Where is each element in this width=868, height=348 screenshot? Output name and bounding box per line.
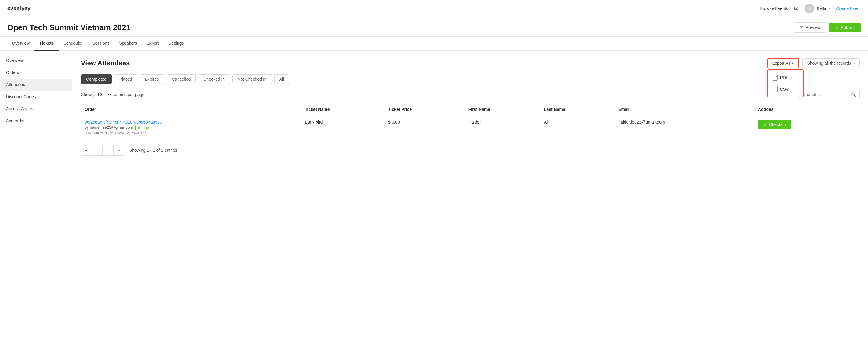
table-header-row: Order Ticket Name Ticket Price First Nam… (81, 104, 860, 115)
mail-icon[interactable]: ✉ (794, 5, 799, 12)
eye-icon: 👁 (800, 25, 804, 30)
status-tab-expired[interactable]: Expired (140, 74, 164, 84)
page-prev-button[interactable]: ‹ (92, 145, 103, 156)
status-tab-not-checked-in[interactable]: Not Checked In (232, 74, 272, 84)
entries-per-page-label: entries per page (114, 92, 144, 97)
main-content: View Attendees Export As ▾ PDF (72, 51, 868, 347)
check-in-check-icon: ✓ (764, 122, 767, 127)
attendees-header: View Attendees Export As ▾ PDF (81, 58, 860, 68)
app-logo: eventyay (7, 5, 31, 11)
search-input[interactable] (800, 90, 848, 99)
last-name-cell: Ali (540, 115, 615, 140)
export-as-container: Export As ▾ PDF CSV (768, 58, 799, 68)
export-csv-label: CSV (780, 87, 789, 92)
order-by-label: by (85, 125, 89, 130)
col-order: Order (81, 104, 301, 115)
export-as-button[interactable]: Export As ▾ (768, 58, 799, 68)
sidebar: Overview Orders Attendees Discount Codes… (0, 51, 72, 347)
pagination: « ‹ › » (81, 145, 124, 156)
tab-settings[interactable]: Settings (164, 37, 189, 51)
sidebar-item-access-codes[interactable]: Access Codes (0, 103, 72, 115)
entries-per-page-select[interactable]: 10 25 50 100 (93, 91, 112, 98)
table-row: 06f256ac-cfc0-4ca4-ad18-0bbd697aa570 by … (81, 115, 860, 140)
first-name-cell: Haider (465, 115, 540, 140)
search-box: 🔍 (800, 90, 860, 99)
sidebar-item-add-order[interactable]: Add order (0, 115, 72, 127)
avatar: B (805, 4, 814, 13)
event-header: Open Tech Summit Vietnam 2021 👁 Preview … (0, 17, 868, 37)
top-nav: eventyay Browse Events ✉ B Bella ▾ Creat… (0, 0, 868, 17)
sidebar-item-overview[interactable]: Overview (0, 54, 72, 66)
main-tabs: Overview Tickets Scheduler Sessions Spea… (0, 37, 868, 51)
check-in-button[interactable]: ✓ Check-In (758, 120, 791, 129)
sidebar-item-attendees[interactable]: Attendees (0, 78, 72, 91)
ticket-name-cell: Early bird (301, 115, 384, 140)
export-as-label: Export As (772, 61, 790, 66)
order-cell: 06f256ac-cfc0-4ca4-ad18-0bbd697aa570 by … (81, 115, 301, 140)
status-tab-completed[interactable]: Completed (81, 74, 112, 84)
order-date: July 24th 2020, 9:16 PM · 24 days ago (85, 131, 298, 135)
status-tab-cancelled[interactable]: Cancelled (167, 74, 196, 84)
event-title: Open Tech Summit Vietnam 2021 (7, 23, 130, 32)
showing-records-dropdown[interactable]: Showing all the records ▾ (803, 58, 860, 68)
export-as-chevron-icon: ▾ (792, 61, 794, 66)
preview-label: Preview (805, 25, 820, 30)
attendees-title: View Attendees (81, 59, 130, 67)
publish-label: Publish (841, 25, 855, 30)
entries-row: Show 10 25 50 100 entries per page 🔍 (81, 90, 860, 99)
pdf-doc-icon (773, 74, 778, 81)
username-label: Bella (817, 6, 826, 11)
attendees-table: Order Ticket Name Ticket Price First Nam… (81, 104, 860, 140)
sidebar-item-orders[interactable]: Orders (0, 66, 72, 78)
order-status-badge: completed (135, 125, 156, 130)
entries-left: Show 10 25 50 100 entries per page (81, 91, 144, 98)
status-tabs: Completed Placed Expired Cancelled Check… (81, 74, 860, 84)
showing-entries-label: Showing 1 - 1 of 1 entries (129, 148, 177, 153)
show-label: Show (81, 92, 92, 97)
tab-speakers[interactable]: Speakers (114, 37, 142, 51)
ticket-price-cell: $ 0.00 (384, 115, 465, 140)
page-first-button[interactable]: « (81, 145, 92, 156)
showing-records-label: Showing all the records (807, 61, 851, 66)
order-meta: by haider.lee23@gmail.com completed (85, 125, 298, 130)
preview-button[interactable]: 👁 Preview (794, 22, 826, 33)
status-tab-placed[interactable]: Placed (114, 74, 137, 84)
order-email-text: haider.lee23@gmail.com (90, 125, 133, 130)
page-last-button[interactable]: » (114, 145, 124, 156)
layout: Overview Orders Attendees Discount Codes… (0, 51, 868, 347)
csv-doc-icon (773, 86, 778, 92)
col-last-name: Last Name (540, 104, 615, 115)
export-dropdown: PDF CSV (768, 69, 804, 97)
export-pdf-label: PDF (780, 75, 788, 80)
tab-sessions[interactable]: Sessions (87, 37, 114, 51)
col-actions: Actions (754, 104, 860, 115)
publish-button[interactable]: ✓ Publish (829, 23, 861, 32)
export-csv-option[interactable]: CSV (768, 83, 803, 95)
create-event-link[interactable]: Create Event (836, 6, 861, 11)
export-pdf-option[interactable]: PDF (768, 72, 803, 83)
col-first-name: First Name (465, 104, 540, 115)
user-menu[interactable]: B Bella ▾ (805, 4, 830, 13)
col-email: Email (615, 104, 754, 115)
search-icon-button[interactable]: 🔍 (848, 91, 859, 99)
status-tab-all[interactable]: All (274, 74, 289, 84)
actions-cell: ✓ Check-In (754, 115, 860, 140)
tab-export[interactable]: Export (142, 37, 163, 51)
col-ticket-name: Ticket Name (301, 104, 384, 115)
order-id-link[interactable]: 06f256ac-cfc0-4ca4-ad18-0bbd697aa570 (85, 120, 162, 124)
user-chevron-icon: ▾ (829, 7, 830, 10)
col-ticket-price: Ticket Price (384, 104, 465, 115)
email-cell: haider.lee23@gmail.com (615, 115, 754, 140)
status-tab-checked-in[interactable]: Checked In (198, 74, 230, 84)
check-in-label: Check-In (769, 122, 786, 127)
tab-tickets[interactable]: Tickets (34, 37, 59, 51)
tab-overview[interactable]: Overview (7, 37, 34, 51)
event-actions: 👁 Preview ✓ Publish (794, 22, 861, 33)
pagination-row: « ‹ › » Showing 1 - 1 of 1 entries (81, 145, 860, 156)
check-icon: ✓ (835, 25, 839, 30)
browse-events-link[interactable]: Browse Events (760, 6, 788, 11)
page-next-button[interactable]: › (103, 145, 114, 156)
sidebar-item-discount-codes[interactable]: Discount Codes (0, 91, 72, 103)
tab-scheduler[interactable]: Scheduler (59, 37, 87, 51)
showing-records-chevron-icon: ▾ (853, 61, 855, 66)
